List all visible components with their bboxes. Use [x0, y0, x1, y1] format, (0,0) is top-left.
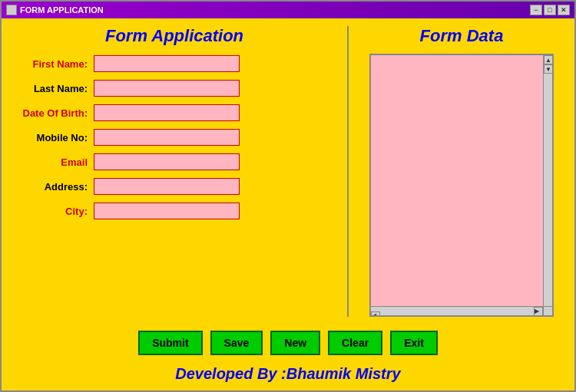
address-row: Address: [13, 178, 336, 195]
close-button[interactable]: ✕ [558, 5, 570, 15]
left-panel: Form Application First Name: Last Name: … [13, 26, 336, 317]
form-data-box: ▲ ▼ ◀ ▶ [369, 54, 554, 317]
city-label: City: [13, 206, 94, 217]
title-bar-text: FORM APPLICATION [6, 5, 104, 15]
app-icon [6, 5, 17, 15]
footer: Developed By :Bhaumik Mistry [2, 359, 574, 390]
email-input[interactable] [94, 153, 240, 170]
first-name-label: First Name: [13, 58, 94, 70]
submit-button[interactable]: Submit [138, 331, 202, 355]
address-label: Address: [13, 181, 94, 193]
last-name-row: Last Name: [13, 80, 336, 97]
new-button[interactable]: New [270, 331, 320, 355]
first-name-row: First Name: [13, 55, 336, 72]
clear-button[interactable]: Clear [328, 331, 382, 355]
scroll-left-button[interactable]: ◀ [371, 311, 380, 317]
vertical-scrollbar[interactable]: ▲ ▼ [543, 55, 552, 306]
form-data-title: Form Data [420, 26, 504, 46]
scroll-corner [543, 306, 552, 315]
horizontal-scrollbar[interactable]: ◀ ▶ [371, 306, 543, 315]
title-bar: FORM APPLICATION − □ ✕ [2, 2, 574, 18]
form-data-content [371, 55, 543, 306]
window-controls: − □ ✕ [530, 5, 570, 15]
button-row: Submit Save New Clear Exit [2, 324, 574, 359]
dob-row: Date Of Birth: [13, 104, 336, 121]
dob-label: Date Of Birth: [13, 107, 94, 119]
right-panel: Form Data ▲ ▼ ◀ ▶ [360, 26, 563, 317]
save-button[interactable]: Save [210, 331, 263, 355]
dob-input[interactable] [94, 104, 240, 121]
email-label: Email [13, 156, 94, 168]
exit-button[interactable]: Exit [390, 331, 438, 355]
minimize-button[interactable]: − [530, 5, 542, 15]
city-row: City: [13, 203, 336, 219]
footer-text: Developed By :Bhaumik Mistry [175, 365, 400, 382]
scroll-down-button[interactable]: ▼ [544, 64, 553, 74]
last-name-label: Last Name: [13, 83, 94, 94]
last-name-input[interactable] [94, 80, 240, 97]
panel-divider [347, 26, 349, 317]
address-input[interactable] [94, 178, 240, 195]
scroll-up-button[interactable]: ▲ [544, 55, 553, 64]
scroll-right-button[interactable]: ▶ [534, 307, 543, 316]
window-title: FORM APPLICATION [20, 5, 104, 15]
mobile-row: Mobile No: [13, 129, 336, 146]
main-window: FORM APPLICATION − □ ✕ Form Application … [0, 0, 576, 392]
form-title: Form Application [13, 26, 336, 46]
email-row: Email [13, 153, 336, 170]
maximize-button[interactable]: □ [544, 5, 556, 15]
content-area: Form Application First Name: Last Name: … [2, 18, 574, 324]
first-name-input[interactable] [94, 55, 240, 72]
mobile-input[interactable] [94, 129, 240, 146]
city-input[interactable] [94, 203, 240, 219]
mobile-label: Mobile No: [13, 132, 94, 143]
